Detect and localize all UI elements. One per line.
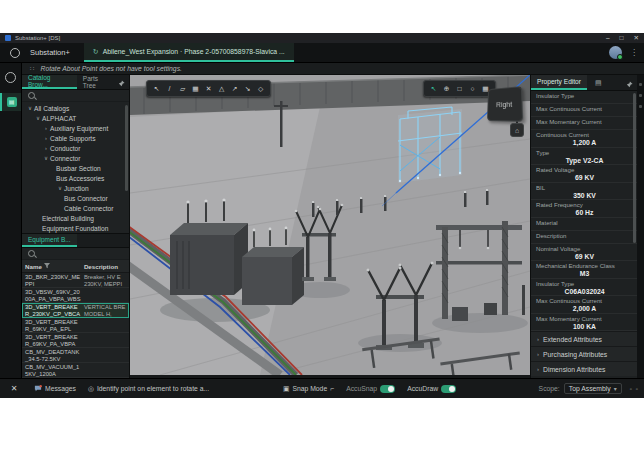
tree-item-electrical-building[interactable]: Electrical Building: [22, 213, 129, 223]
tree-item-equipment-foundation[interactable]: Equipment Foundation: [22, 223, 129, 233]
section-dimension-attributes[interactable]: ›Dimension Attributes: [531, 361, 637, 376]
sidebar-item-catalog[interactable]: ▤: [0, 93, 21, 111]
move-tool-icon[interactable]: ↗: [228, 85, 241, 93]
messages-button[interactable]: Messages: [34, 385, 76, 392]
property-panel-tabs: Property Editor ▤: [531, 75, 637, 91]
window-area-icon[interactable]: □: [453, 85, 466, 92]
chevron-down-icon[interactable]: ∨: [56, 185, 64, 191]
tree-item-all-catalogs[interactable]: ∨All Catalogs: [22, 103, 129, 113]
tab-catalog-browser[interactable]: Catalog Brow...: [22, 75, 77, 89]
copy-tool-icon[interactable]: ↘: [241, 85, 254, 93]
equipment-search-input[interactable]: [22, 248, 129, 260]
close-button[interactable]: ✕: [634, 34, 639, 42]
tree-item-auxiliary-equipment[interactable]: ›Auxiliary Equipment: [22, 123, 129, 133]
line-tool-icon[interactable]: /: [163, 85, 176, 92]
app-window: Substation+ [DS] – □ ✕ Substation+ ↻ Abi…: [0, 33, 644, 398]
tab-parts-tree[interactable]: Parts Tree: [77, 75, 118, 89]
property-field[interactable]: TypeType V2-CA: [531, 148, 637, 166]
pan-tool-icon[interactable]: ⊕: [440, 85, 453, 93]
equipment-browser-tabs: Equipment B...: [22, 233, 129, 248]
attribute-sections: ›Extended Attributes ›Purchasing Attribu…: [531, 331, 637, 376]
chevron-right-icon[interactable]: ›: [42, 125, 50, 131]
property-field[interactable]: Insulator TypeC06A032024: [531, 279, 637, 297]
section-purchasing-attributes[interactable]: ›Purchasing Attributes: [531, 346, 637, 361]
property-field[interactable]: Nominal Voltage69 KV: [531, 244, 637, 262]
polygon-tool-icon[interactable]: ▱: [176, 85, 189, 93]
select-tool-icon[interactable]: ↖: [150, 85, 163, 93]
tree-item-conductor[interactable]: ›Conductor: [22, 143, 129, 153]
property-field[interactable]: Continuous Current1,200 A: [531, 130, 637, 148]
accudraw-toggle[interactable]: [441, 385, 456, 393]
tree-item-junction[interactable]: ∨Junction: [22, 183, 129, 193]
table-row[interactable]: 3D_VBSW_69KV_2000A_PA_VBPA_WBS_3_9: [22, 288, 129, 303]
key-in-tools-icon[interactable]: ✕: [6, 384, 22, 393]
tab-equipment-browser[interactable]: Equipment B...: [22, 234, 77, 247]
pattern-tool-icon[interactable]: ▦: [189, 85, 202, 93]
sync-center-icon[interactable]: [5, 72, 16, 83]
snap-mode-control[interactable]: ▣ Snap Mode ⌐: [283, 385, 334, 393]
overflow-menu-icon[interactable]: ⋮: [630, 48, 638, 57]
section-extended-attributes[interactable]: ›Extended Attributes: [531, 331, 637, 346]
viewport-3d[interactable]: ↖ / ▱ ▦ ✕ △ ↗ ↘ ◇ ↖ ⊕: [130, 75, 530, 375]
property-field[interactable]: Description: [531, 231, 637, 244]
tree-item-cable-supports[interactable]: ›Cable Supports: [22, 133, 129, 143]
status-bar: ✕ Messages ◎ Identify point on element t…: [0, 378, 644, 398]
chevron-down-icon[interactable]: ∨: [26, 105, 34, 111]
chevron-down-icon[interactable]: ∨: [42, 155, 50, 161]
accusnap-toggle[interactable]: [380, 385, 395, 393]
property-field[interactable]: Rated Frequency60 Hz: [531, 200, 637, 218]
property-field[interactable]: Insulator Type: [531, 91, 637, 104]
pin-icon[interactable]: [626, 74, 633, 92]
zoom-tool-icon[interactable]: ○: [466, 85, 479, 92]
property-field[interactable]: Material: [531, 218, 637, 231]
tree-scrollbar[interactable]: [125, 105, 128, 191]
tab-property-editor[interactable]: Property Editor: [531, 75, 587, 90]
property-field[interactable]: Max Momentary Current: [531, 117, 637, 130]
property-field[interactable]: Max Continuous Current2,000 A: [531, 296, 637, 314]
navigation-cube[interactable]: Right: [487, 87, 523, 123]
app-menu-icon[interactable]: [10, 48, 20, 58]
grid-status-icon[interactable]: ▫: [636, 386, 638, 392]
column-name[interactable]: Name: [25, 263, 42, 270]
document-tab[interactable]: ↻ Abilene_West Expansion · Phase 2-05700…: [84, 43, 294, 62]
table-row[interactable]: CB_MV_DEADTANK_34.5-72.5KV: [22, 348, 129, 363]
pin-icon[interactable]: [118, 73, 125, 91]
tree-item-cable-connector[interactable]: Cable Connector: [22, 203, 129, 213]
tree-item-connector[interactable]: ∨Connector: [22, 153, 129, 163]
property-field[interactable]: Max Momentary Current100 KA: [531, 314, 637, 332]
panel-secondary-icon[interactable]: ▤: [595, 79, 602, 87]
tree-item-bus-accessories[interactable]: Bus Accessories: [22, 173, 129, 183]
drag-handle-icon[interactable]: ∷: [30, 65, 34, 73]
table-row-selected[interactable]: 3D_VERT_BREAKER_230KV_CP_VBCAVERTICAL BR…: [22, 303, 129, 318]
chevron-right-icon: ›: [537, 336, 539, 342]
user-avatar[interactable]: [609, 46, 622, 59]
catalog-search-input[interactable]: [22, 90, 129, 102]
view-select-icon[interactable]: ↖: [427, 85, 440, 93]
chevron-down-icon[interactable]: ∨: [34, 115, 42, 121]
tree-item-alphacat[interactable]: ∨ALPHACAT: [22, 113, 129, 123]
chevron-right-icon[interactable]: ›: [42, 145, 50, 151]
property-field[interactable]: Rated Voltage69 KV: [531, 165, 637, 183]
property-field[interactable]: Mechanical Endurance ClassM3: [531, 261, 637, 279]
property-scrollbar[interactable]: [633, 93, 636, 243]
tree-item-bus-connector[interactable]: Bus Connector: [22, 193, 129, 203]
property-field[interactable]: BIL350 KV: [531, 183, 637, 201]
filter-icon[interactable]: [44, 263, 50, 269]
substation-3d-scene[interactable]: [130, 75, 530, 375]
maximize-button[interactable]: □: [620, 34, 624, 42]
table-row[interactable]: 3D_VERT_BREAKER_69KV_PA_VBPA: [22, 333, 129, 348]
minimize-button[interactable]: –: [606, 34, 610, 42]
delete-tool-icon[interactable]: ✕: [202, 85, 215, 93]
home-view-icon[interactable]: ⌂: [510, 123, 524, 137]
lock-status-icon[interactable]: ▫: [630, 386, 632, 392]
table-row[interactable]: 3D_BKR_230KV_MEPPIBreaker, HV E 230KV, M…: [22, 273, 129, 288]
chevron-right-icon[interactable]: ›: [42, 135, 50, 141]
tree-item-busbar-section[interactable]: Busbar Section: [22, 163, 129, 173]
column-description[interactable]: Description: [82, 263, 129, 270]
scope-dropdown[interactable]: Top Assembly ▾: [564, 383, 622, 394]
property-field[interactable]: Max Continuous Current: [531, 104, 637, 117]
table-row[interactable]: CB_MV_VACUUM_15KV_1200A: [22, 363, 129, 378]
table-row[interactable]: 3D_VERT_BREAKER_69KV_PA_EPL: [22, 318, 129, 333]
rotate-tool-icon[interactable]: ◇: [254, 85, 267, 93]
measure-tool-icon[interactable]: △: [215, 85, 228, 93]
